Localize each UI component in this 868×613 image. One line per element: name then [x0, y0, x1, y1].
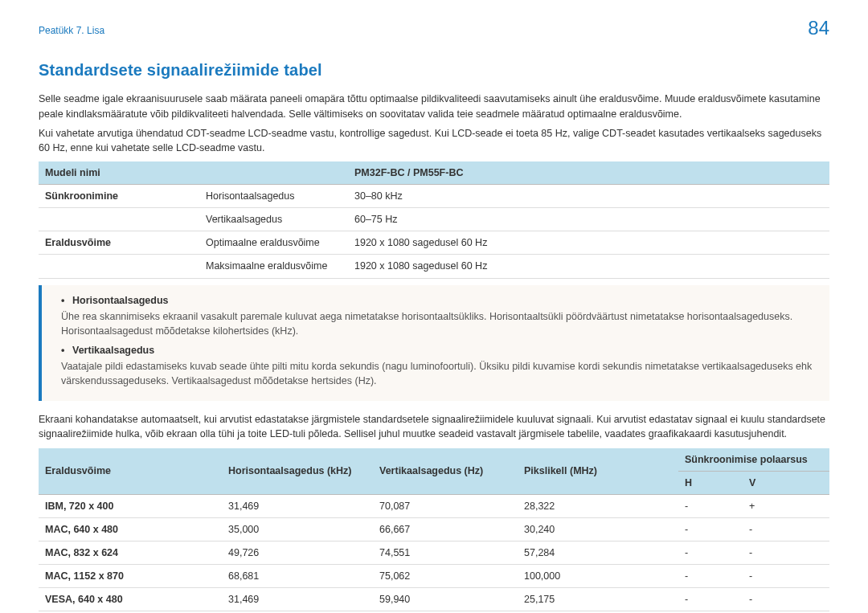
signal-table-row: MAC, 640 x 48035,00066,66730,240-- [39, 517, 829, 541]
signal-table-cell: + [743, 494, 829, 517]
signal-th-hfreq: Horisontaalsagedus (kHz) [222, 448, 373, 495]
definition-text: Ühe rea skannimiseks ekraanil vasakult p… [61, 309, 815, 338]
signal-th-vfreq: Vertikaalsagedus (Hz) [373, 448, 518, 495]
signal-th-v: V [743, 471, 829, 494]
spec-table-cell: 60–75 Hz [348, 208, 829, 231]
signal-th-polarity: Sünkroonimise polaarsus [678, 448, 829, 472]
signal-table-cell: - [743, 565, 829, 588]
signal-table-cell: 59,940 [373, 588, 518, 611]
definition-box: HorisontaalsagedusÜhe rea skannimiseks e… [39, 285, 829, 402]
signal-table-cell: 49,726 [222, 541, 373, 565]
page-container: Peatükk 7. Lisa 84 Standardsete signaali… [0, 0, 868, 613]
spec-table-row: SünkroonimineHorisontaalsagedus30–80 kHz [39, 185, 829, 208]
signal-table-cell: - [678, 565, 743, 588]
signal-table-cell: 31,469 [222, 494, 373, 517]
signal-table-cell: - [678, 541, 743, 565]
signal-table-cell: MAC, 832 x 624 [39, 541, 222, 565]
signal-table-row: IBM, 720 x 40031,46970,08728,322-+ [39, 494, 829, 517]
signal-table-cell: - [678, 517, 743, 541]
spec-table-cell: 1920 x 1080 sagedusel 60 Hz [348, 231, 829, 255]
signal-table-cell: 75,062 [373, 565, 518, 588]
signal-table-cell: MAC, 1152 x 870 [39, 565, 222, 588]
signal-table-row: MAC, 832 x 62449,72674,55157,284-- [39, 541, 829, 565]
spec-table-cell: 30–80 kHz [348, 185, 829, 208]
definition-text: Vaatajale pildi edastamiseks kuvab seade… [61, 359, 815, 388]
mid-paragraph: Ekraani kohandatakse automaatselt, kui a… [39, 412, 829, 441]
spec-table-cell: Maksimaalne eraldusvõime [199, 255, 348, 278]
signal-table-cell: - [743, 517, 829, 541]
spec-table-cell: Sünkroonimine [39, 185, 199, 208]
signal-table: Eraldusvõime Horisontaalsagedus (kHz) Ve… [39, 448, 829, 612]
signal-table-cell: 70,087 [373, 494, 518, 517]
spec-table-head-model-label: Mudeli nimi [39, 161, 199, 185]
spec-table-row: Vertikaalsagedus60–75 Hz [39, 208, 829, 231]
signal-table-cell: - [743, 541, 829, 565]
signal-table-cell: 100,000 [518, 565, 678, 588]
signal-table-cell: 28,322 [518, 494, 678, 517]
definition-term: Vertikaalsagedus [61, 343, 815, 358]
signal-table-cell: 35,000 [222, 517, 373, 541]
spec-table-cell [39, 208, 199, 231]
spec-table-row: Maksimaalne eraldusvõime1920 x 1080 sage… [39, 255, 829, 278]
signal-th-pixelclock: Pikslikell (MHz) [518, 448, 678, 495]
signal-table-cell: VESA, 640 x 480 [39, 588, 222, 611]
signal-th-resolution: Eraldusvõime [39, 448, 222, 495]
page-number: 84 [808, 14, 829, 43]
spec-table-cell: Optimaalne eraldusvõime [199, 231, 348, 255]
intro-paragraph-1: Selle seadme igale ekraanisuurusele saab… [39, 92, 829, 121]
signal-table-cell: 30,240 [518, 517, 678, 541]
definition-term: Horisontaalsagedus [61, 293, 815, 308]
signal-table-cell: 57,284 [518, 541, 678, 565]
signal-table-row: VESA, 640 x 48031,46959,94025,175-- [39, 588, 829, 611]
spec-table-cell [39, 255, 199, 278]
spec-table-head-model-value: PM32F-BC / PM55F-BC [348, 161, 829, 185]
signal-table-cell: 25,175 [518, 588, 678, 611]
signal-table-cell: IBM, 720 x 400 [39, 494, 222, 517]
section-title: Standardsete signaalirežiimide tabel [39, 59, 829, 82]
breadcrumb: Peatükk 7. Lisa [39, 24, 829, 38]
signal-table-cell: - [678, 588, 743, 611]
signal-th-h: H [678, 471, 743, 494]
spec-table-row: EraldusvõimeOptimaalne eraldusvõime1920 … [39, 231, 829, 255]
spec-table-cell: 1920 x 1080 sagedusel 60 Hz [348, 255, 829, 278]
signal-table-cell: 68,681 [222, 565, 373, 588]
signal-table-row: MAC, 1152 x 87068,68175,062100,000-- [39, 565, 829, 588]
signal-table-cell: 31,469 [222, 588, 373, 611]
signal-table-cell: 74,551 [373, 541, 518, 565]
spec-table-head-spacer [199, 161, 348, 185]
spec-table: Mudeli nimi PM32F-BC / PM55F-BC Sünkroon… [39, 161, 829, 279]
definition-item: HorisontaalsagedusÜhe rea skannimiseks e… [61, 293, 815, 338]
spec-table-cell: Vertikaalsagedus [199, 208, 348, 231]
signal-table-cell: MAC, 640 x 480 [39, 517, 222, 541]
signal-table-cell: - [743, 588, 829, 611]
intro-paragraph-2: Kui vahetate arvutiga ühendatud CDT-sead… [39, 126, 829, 155]
signal-table-cell: 66,667 [373, 517, 518, 541]
spec-table-cell: Eraldusvõime [39, 231, 199, 255]
definition-item: VertikaalsagedusVaatajale pildi edastami… [61, 343, 815, 388]
signal-table-cell: - [678, 494, 743, 517]
spec-table-cell: Horisontaalsagedus [199, 185, 348, 208]
